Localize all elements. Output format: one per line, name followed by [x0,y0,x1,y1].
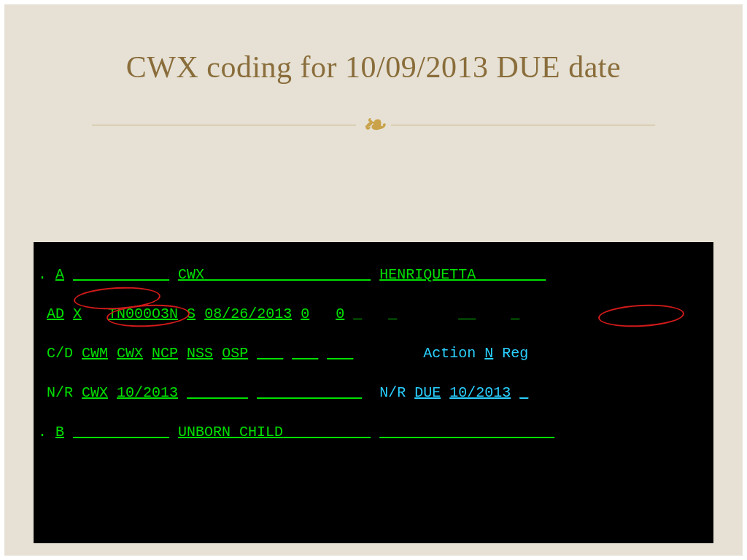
slide: CWX coding for 10/09/2013 DUE date ❧ . A… [0,0,747,560]
terminal-screenshot: . A CWX HENRIQUETTA AD X TN000O3N S 08/2… [34,242,713,543]
flourish-icon: ❧ [356,111,391,139]
terminal-line-4: N/R CWX 10/2013 _______ ____________ N/R… [38,383,709,402]
terminal-line-1: . A CWX HENRIQUETTA [38,265,709,284]
terminal-line-5: . B UNBORN CHILD [38,422,709,442]
rule-right [391,125,655,125]
rule-left [92,125,356,125]
slide-title: CWX coding for 10/09/2013 DUE date [4,4,743,85]
terminal-line-3: C/D CWM CWX NCP NSS OSP ___ ___ ___ Acti… [38,343,709,363]
terminal-content: . A CWX HENRIQUETTA AD X TN000O3N S 08/2… [34,242,713,543]
title-separator: ❧ [4,111,743,139]
terminal-line-2: AD X TN000O3N S 08/26/2013 0 0 _ _ __ _ [38,304,709,324]
